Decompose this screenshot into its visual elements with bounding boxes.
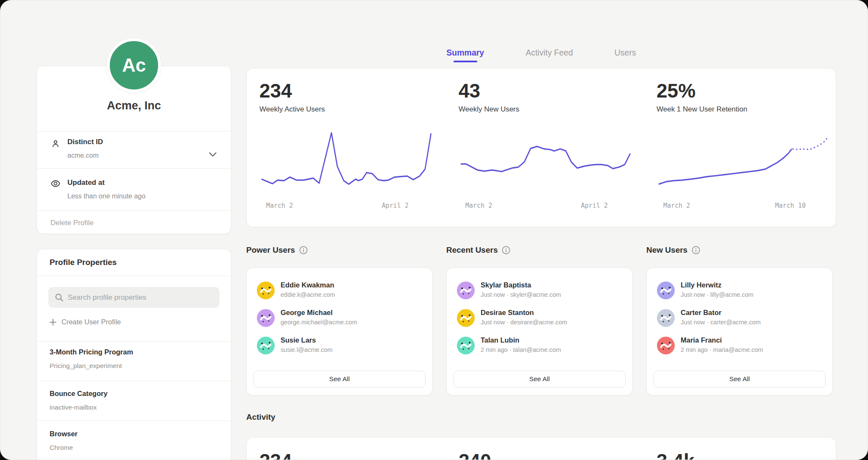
eye-icon — [50, 178, 61, 189]
face-illustration — [457, 282, 475, 299]
info-icon[interactable] — [692, 246, 700, 254]
recent-users-header: Recent Users — [446, 245, 510, 255]
activity-stat-value: 234 — [259, 449, 292, 460]
property-name: 3-Month Pricing Program — [50, 348, 133, 356]
user-detail: 2 min ago · talan@acme.com — [481, 346, 561, 353]
property-name: Browser — [50, 430, 78, 438]
axis-tick: April 2 — [382, 202, 409, 209]
tab-activity-feed[interactable]: Activity Feed — [526, 48, 573, 66]
new-users-card: Lilly HerwitzJust now · lilly@acme.com C… — [646, 268, 833, 396]
updated-at-label: Updated at — [67, 178, 105, 187]
person-icon — [50, 139, 61, 149]
x-axis-labels: March 2 March 10 — [657, 202, 830, 209]
delete-profile-button[interactable]: Delete Profile — [50, 219, 94, 227]
summary-stats-card: 234 Weekly Active Users 43 Weekly New Us… — [246, 68, 836, 227]
user-name: Susie Lars — [281, 336, 316, 344]
stat-weekly-active-users: 234 Weekly Active Users — [259, 81, 433, 114]
user-detail: Just now · skyler@acme.com — [481, 291, 561, 298]
face-illustration — [657, 337, 675, 354]
see-all-button[interactable]: See All — [253, 371, 426, 388]
see-all-button[interactable]: See All — [453, 371, 626, 388]
activity-section-title: Activity — [246, 413, 275, 422]
face-illustration — [257, 309, 275, 327]
stat-value: 43 — [459, 81, 632, 101]
divider — [37, 381, 231, 381]
weekly-new-users-chart — [459, 124, 632, 199]
chevron-down-icon[interactable] — [209, 152, 217, 157]
user-detail: 2 min ago · maria@acme.com — [681, 346, 763, 353]
activity-stat-value: 3.4k — [657, 449, 695, 460]
axis-tick: March 2 — [465, 202, 492, 209]
property-value: inactive-mailbox — [50, 404, 97, 411]
user-list-item[interactable]: Susie Larssusie.l@acme.com — [257, 336, 422, 360]
user-list-item[interactable]: Desirae StantonJust now · desirare@acme.… — [457, 308, 622, 333]
user-avatar — [257, 337, 275, 354]
user-name: Carter Bator — [681, 309, 721, 317]
info-icon[interactable] — [502, 246, 510, 254]
property-value: Pricing_plan_experiment — [50, 362, 122, 370]
profile-properties-card: Profile Properties Create User Profile 3… — [36, 249, 231, 460]
section-title: Power Users — [246, 245, 295, 255]
x-axis-labels: March 2 April 2 — [259, 202, 433, 209]
new-users-header: New Users — [646, 245, 700, 255]
user-name: George Michael — [281, 309, 333, 317]
stat-label: Weekly New Users — [459, 105, 632, 114]
divider — [37, 210, 231, 211]
divider — [37, 276, 231, 276]
face-illustration — [257, 337, 275, 354]
user-list-item[interactable]: Lilly HerwitzJust now · lilly@acme.com — [657, 281, 822, 305]
stat-label: Weekly Active Users — [259, 105, 433, 114]
recent-users-card: Skylar BaptistaJust now · skyler@acme.co… — [446, 268, 633, 396]
stat-week1-retention: 25% Week 1 New User Retention — [657, 81, 830, 114]
profile-properties-title: Profile Properties — [50, 258, 117, 267]
user-list-item[interactable]: Eddie Kwakmaneddie.k@acme.com — [257, 281, 422, 305]
user-profile-dashboard: Ac Acme, Inc Distinct ID acme.com Update… — [0, 0, 868, 460]
section-title: New Users — [646, 245, 687, 255]
user-list-item[interactable]: Talan Lubin2 min ago · talan@acme.com — [457, 336, 622, 360]
axis-tick: April 2 — [581, 202, 608, 209]
updated-at-value: Less than one minute ago — [67, 192, 145, 200]
user-avatar — [457, 337, 475, 354]
user-name: Eddie Kwakman — [281, 281, 334, 289]
retention-chart — [657, 124, 830, 199]
user-name: Lilly Herwitz — [681, 281, 721, 289]
user-name: Desirae Stanton — [481, 309, 534, 317]
user-list-item[interactable]: George Michaelgeorge.michael@acme.com — [257, 308, 422, 333]
power-users-card: Eddie Kwakmaneddie.k@acme.com George Mic… — [246, 268, 433, 396]
user-avatar — [657, 337, 675, 354]
profile-name: Acme, Inc — [37, 99, 231, 112]
user-avatar — [457, 282, 475, 299]
stat-weekly-new-users: 43 Weekly New Users — [459, 81, 632, 114]
create-user-profile-button[interactable]: Create User Profile — [50, 318, 121, 326]
user-name: Skylar Baptista — [481, 281, 531, 289]
info-icon[interactable] — [299, 246, 308, 254]
user-detail: Just now · lilly@acme.com — [681, 291, 754, 298]
divider — [37, 341, 231, 342]
activity-stat-value: 240 — [459, 449, 491, 460]
tab-users[interactable]: Users — [615, 48, 636, 66]
create-user-profile-label: Create User Profile — [61, 318, 121, 326]
stat-label: Week 1 New User Retention — [657, 105, 830, 114]
user-list-item[interactable]: Skylar BaptistaJust now · skyler@acme.co… — [457, 281, 622, 305]
weekly-active-users-chart — [259, 124, 433, 199]
user-name: Maria Franci — [681, 336, 722, 344]
divider — [37, 421, 231, 421]
face-illustration — [457, 309, 475, 327]
search-input[interactable] — [48, 287, 220, 308]
axis-tick: March 10 — [775, 202, 806, 209]
tab-summary[interactable]: Summary — [446, 48, 484, 66]
face-illustration — [257, 282, 275, 299]
user-list-item[interactable]: Maria Franci2 min ago · maria@acme.com — [657, 336, 822, 360]
face-illustration — [457, 337, 475, 354]
user-detail: susie.l@acme.com — [281, 346, 333, 353]
distinct-id-row[interactable]: Distinct ID acme.com — [37, 131, 231, 168]
avatar-initials: Ac — [122, 55, 146, 76]
see-all-button[interactable]: See All — [654, 371, 826, 388]
profile-card: Ac Acme, Inc Distinct ID acme.com Update… — [36, 66, 231, 234]
user-avatar — [657, 309, 675, 327]
x-axis-labels: March 2 April 2 — [459, 202, 632, 209]
user-list-item[interactable]: Carter BatorJust now · carter@acme.com — [657, 308, 822, 333]
axis-tick: March 2 — [663, 202, 690, 209]
section-title: Recent Users — [446, 245, 498, 255]
distinct-id-label: Distinct ID — [67, 138, 103, 146]
